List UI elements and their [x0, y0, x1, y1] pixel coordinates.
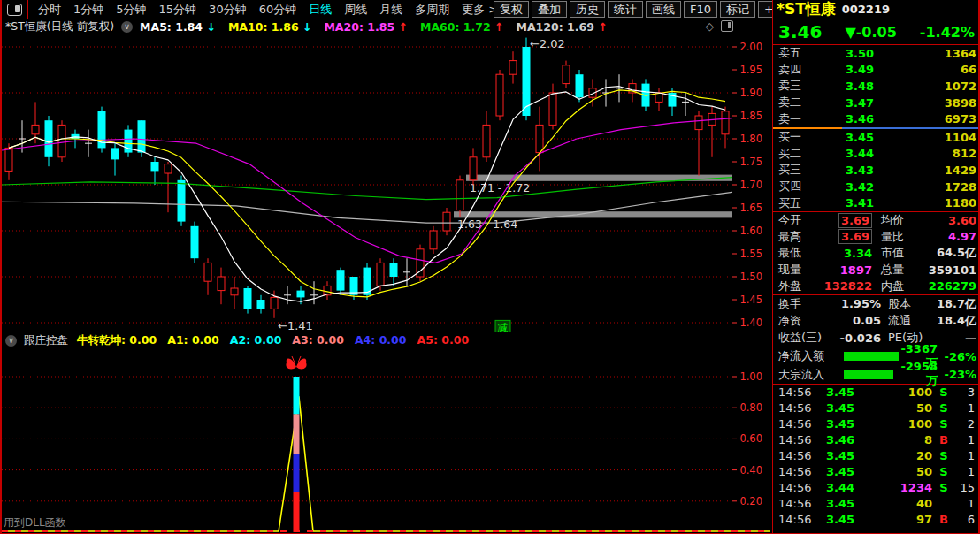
sell-volume: 66	[874, 63, 976, 76]
fundamental-stats: 换手1.95%股本18.7亿净资0.05流通18.4亿收益(三)-0.026PE…	[773, 295, 980, 347]
spike-segment	[294, 454, 300, 492]
axis-label: 1.85	[739, 110, 762, 122]
window-left-border	[0, 0, 2, 534]
sell-row[interactable]: 卖一3.466973	[773, 111, 980, 127]
tick-price: 3.45	[817, 497, 854, 510]
price-zone-label: 1.71 - 1.72	[470, 181, 530, 195]
axis-label: 1.90	[739, 87, 762, 99]
ma-trend-arrow: ↑	[491, 20, 504, 34]
buy-price: 3.44	[823, 147, 874, 160]
stat-label: 市值	[881, 245, 925, 261]
tick-row[interactable]: 14:563.468B1	[773, 432, 980, 448]
tick-time: 14:56	[778, 417, 817, 431]
stat-value: 64.5亿	[925, 245, 976, 261]
toolbar-button-F10[interactable]: F10	[684, 1, 717, 18]
price-annotation: ←1.41	[278, 319, 313, 332]
tick-row[interactable]: 14:563.45100S3	[773, 385, 980, 400]
sell-row[interactable]: 卖五3.501364	[773, 45, 980, 62]
chart-divider	[0, 332, 772, 332]
dll-footnote: 用到DLL函数	[4, 516, 66, 529]
sell-queue: 卖五3.501364卖四3.4966卖三3.481072卖二3.473898卖一…	[773, 45, 980, 127]
tick-count: 1	[955, 465, 975, 478]
buy-price: 3.45	[823, 131, 874, 144]
stat-value: 3.60	[925, 214, 976, 227]
indicator-field: A1: 0.00	[167, 333, 219, 348]
tick-price: 3.45	[817, 385, 854, 399]
window-layout-icon[interactable]	[7, 4, 22, 16]
buy-row[interactable]: 买四3.421728	[773, 179, 980, 195]
buy-row[interactable]: 买三3.431429	[773, 162, 980, 179]
tick-row[interactable]: 14:563.441234S15	[773, 480, 980, 496]
chevron-down-icon[interactable]: ∨	[5, 335, 17, 347]
chevron-down-icon[interactable]: ∨	[121, 21, 133, 33]
period-tab-60分钟[interactable]: 60分钟	[259, 2, 297, 18]
buy-level-label: 买一	[778, 129, 823, 145]
period-tab-周线[interactable]: 周线	[344, 2, 367, 18]
tick-volume: 97	[854, 513, 932, 526]
period-tab-分时[interactable]: 分时	[38, 2, 61, 18]
buy-volume: 1728	[874, 180, 976, 194]
stat-row: 最低3.34市值64.5亿	[773, 245, 980, 262]
sell-row[interactable]: 卖二3.473898	[773, 95, 980, 111]
period-tab-多周期[interactable]: 多周期	[415, 2, 449, 18]
indicator-chart[interactable]: 1.000.800.600.400.20用到DLL函数	[2, 349, 772, 534]
buy-row[interactable]: 买五3.411180	[773, 195, 980, 211]
tick-row[interactable]: 14:563.4520S1	[773, 448, 980, 464]
period-tab-30分钟[interactable]: 30分钟	[209, 2, 247, 18]
buy-queue: 买一3.451104买二3.44812买三3.431429买四3.421728买…	[773, 129, 980, 212]
period-tab-15分钟[interactable]: 15分钟	[159, 2, 197, 18]
stat-value: 1897	[819, 263, 872, 277]
tick-row[interactable]: 14:563.4597B6	[773, 512, 980, 528]
axis-label: 1.70	[739, 179, 762, 191]
money-flow-row: 大宗流入-2958万-23%	[773, 365, 980, 384]
candlestick-chart[interactable]: 1.71 - 1.721.63 - 1.64←2.02←1.41减2.001.9…	[2, 35, 772, 332]
sell-level-label: 卖五	[778, 45, 823, 61]
ma-legend-item: MA20: 1.85 ↑	[324, 20, 408, 34]
toolbar-button-叠加[interactable]: 叠加	[532, 1, 567, 18]
stat-label: 均价	[881, 212, 925, 228]
sell-row[interactable]: 卖三3.481072	[773, 78, 980, 95]
toolbar-button-统计[interactable]: 统计	[608, 1, 643, 18]
money-flow-bar	[844, 370, 893, 379]
sell-price: 3.49	[823, 63, 874, 76]
toolbar-divider	[27, 0, 28, 19]
tick-time: 14:56	[778, 497, 817, 510]
axis-label: 0.20	[739, 495, 762, 507]
tick-time: 14:56	[778, 401, 817, 415]
split-window-icon[interactable]	[721, 20, 733, 32]
stat-value-text: 3.34	[844, 247, 872, 260]
period-tab-日线[interactable]: 日线	[309, 2, 332, 18]
tick-row[interactable]: 14:563.45100S2	[773, 416, 980, 432]
toolbar-button-历史[interactable]: 历史	[570, 1, 605, 18]
money-flow-percent: -26%	[938, 350, 976, 363]
toolbar-button-标记[interactable]: 标记	[720, 1, 755, 18]
indicator-name: 跟庄控盘	[24, 333, 68, 348]
toolbar-button-复权[interactable]: 复权	[494, 1, 529, 18]
money-flow: 净流入额-3367万-26%大宗流入-2958万-23%	[773, 347, 980, 385]
sell-row[interactable]: 卖四3.4966	[773, 62, 980, 79]
money-flow-bar	[844, 352, 899, 361]
diamond-icon[interactable]: ◇	[705, 19, 714, 33]
tick-price: 3.45	[817, 401, 854, 415]
fundamental-label: 净资	[778, 313, 835, 329]
sell-volume: 1072	[874, 80, 976, 93]
toolbar-button-画线[interactable]: 画线	[646, 1, 681, 18]
ma-label-value: MA10: 1.86	[228, 20, 299, 34]
buy-row[interactable]: 买二3.44812	[773, 146, 980, 163]
buy-row[interactable]: 买一3.451104	[773, 129, 980, 146]
period-tab-月线[interactable]: 月线	[379, 2, 402, 18]
axis-label: 1.50	[739, 271, 762, 283]
period-tab-5分钟[interactable]: 5分钟	[116, 2, 146, 18]
buy-volume: 1104	[874, 131, 976, 144]
tick-side: S	[932, 465, 955, 478]
fundamental-value: 0.05	[835, 314, 881, 327]
period-tab-1分钟[interactable]: 1分钟	[73, 2, 103, 18]
sell-level-label: 卖四	[778, 62, 823, 78]
sell-volume: 3898	[874, 96, 976, 110]
fundamental-value: 1.95%	[835, 297, 881, 310]
tick-row[interactable]: 14:563.4550S1	[773, 464, 980, 480]
tick-row[interactable]: 14:563.45401	[773, 496, 980, 512]
tick-row[interactable]: 14:563.4550S1	[773, 400, 980, 416]
tick-count: 6	[955, 513, 975, 526]
buy-volume: 1180	[874, 196, 976, 210]
